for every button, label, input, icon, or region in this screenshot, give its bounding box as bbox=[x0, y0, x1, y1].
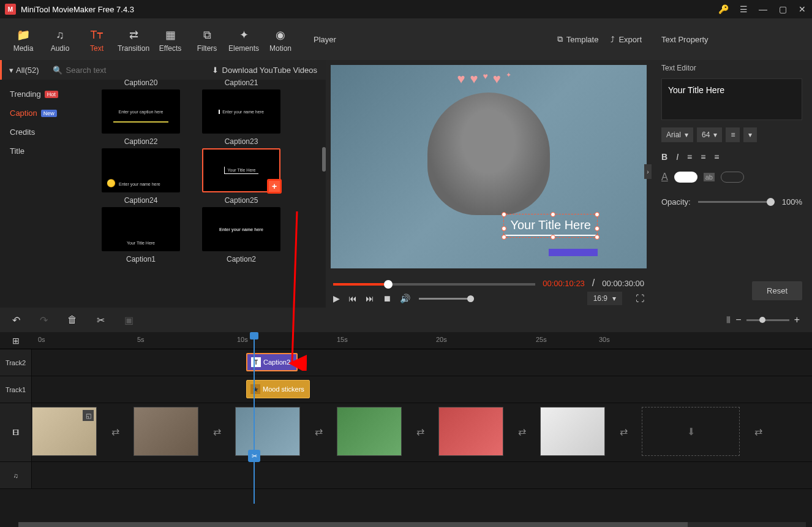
caption-thumb[interactable]: Enter your caption hereCaption22 bbox=[98, 89, 184, 146]
category-trending[interactable]: TrendingHot bbox=[0, 85, 93, 104]
split-button[interactable]: ✂ bbox=[97, 314, 105, 326]
opacity-slider[interactable] bbox=[698, 201, 775, 203]
reset-button[interactable]: Reset bbox=[752, 281, 802, 300]
text-color-swatch[interactable] bbox=[674, 172, 697, 183]
tab-motion[interactable]: ◉Motion bbox=[262, 21, 299, 60]
align-right-button[interactable]: ≡ bbox=[714, 152, 719, 162]
chevron-down-icon: ▾ bbox=[713, 131, 717, 139]
category-title[interactable]: Title bbox=[0, 142, 93, 161]
snap-icon[interactable]: ⫴ bbox=[726, 314, 731, 325]
tab-transition[interactable]: ⇄Transition bbox=[115, 21, 152, 60]
stop-button[interactable]: ⏹ bbox=[383, 294, 391, 303]
property-panel-title: Text Property bbox=[661, 35, 709, 44]
media-clip[interactable] bbox=[337, 407, 402, 456]
category-caption[interactable]: CaptionNew bbox=[0, 104, 93, 123]
highlight-color-swatch[interactable] bbox=[721, 172, 744, 183]
bold-button[interactable]: B bbox=[661, 152, 667, 162]
close-button[interactable]: ✕ bbox=[797, 4, 807, 14]
maximize-button[interactable]: ▢ bbox=[778, 4, 788, 14]
motion-icon: ◉ bbox=[276, 28, 285, 42]
volume-icon[interactable]: 🔊 bbox=[400, 294, 410, 303]
italic-button[interactable]: I bbox=[676, 152, 679, 162]
tab-effects[interactable]: ▦Effects bbox=[152, 21, 189, 60]
preview-image: ♥♥♥♥✦ Your Title Here bbox=[331, 65, 647, 268]
caption-thumb[interactable]: Enter your name hereCaption23 bbox=[198, 89, 284, 146]
preview-area[interactable]: ♥♥♥♥✦ Your Title Here bbox=[331, 65, 647, 268]
tab-text[interactable]: TᴛText bbox=[78, 21, 115, 60]
volume-slider[interactable] bbox=[419, 298, 474, 300]
tab-filters[interactable]: ⧉Filters bbox=[189, 21, 225, 60]
layers-icon: ◱ bbox=[83, 410, 94, 421]
align-left-button[interactable]: ≡ bbox=[687, 152, 692, 162]
menu-icon[interactable]: ☰ bbox=[739, 4, 748, 14]
highlight-icon[interactable]: ab bbox=[704, 173, 715, 181]
crop-button[interactable]: ▣ bbox=[124, 314, 133, 326]
undo-button[interactable]: ↶ bbox=[12, 314, 20, 326]
caption-thumb[interactable]: Enter your name hereCaption2 bbox=[198, 207, 284, 264]
opacity-value: 100% bbox=[782, 197, 802, 207]
size-dropdown[interactable]: 64▾ bbox=[697, 127, 722, 142]
font-dropdown[interactable]: Arial▾ bbox=[661, 127, 693, 142]
expand-panel-button[interactable]: › bbox=[644, 164, 652, 179]
transition-slot[interactable]: ⇄ bbox=[403, 407, 437, 456]
delete-button[interactable]: 🗑 bbox=[67, 314, 77, 325]
download-youtube-button[interactable]: ⬇Download YouTube Videos bbox=[203, 66, 326, 75]
media-clip[interactable]: ◱ bbox=[32, 407, 97, 456]
transition-slot[interactable]: ⇄ bbox=[200, 407, 234, 456]
template-button[interactable]: ⧉Template bbox=[557, 34, 599, 44]
add-media-button[interactable]: ⊞ bbox=[0, 332, 32, 349]
prev-frame-button[interactable]: ⏮ bbox=[348, 294, 357, 303]
audio-track-body[interactable] bbox=[32, 462, 812, 488]
transition-slot[interactable]: ⇄ bbox=[301, 407, 336, 456]
split-at-playhead-icon[interactable]: ✂ bbox=[248, 450, 260, 462]
player-title: Player bbox=[314, 35, 545, 44]
mood-clip[interactable]: ★Mood stickers bbox=[246, 380, 310, 398]
play-button[interactable]: ▶ bbox=[333, 294, 340, 303]
zoom-out-button[interactable]: − bbox=[735, 314, 741, 325]
media-clip[interactable] bbox=[235, 407, 300, 456]
more-dropdown[interactable]: ▾ bbox=[743, 127, 757, 142]
fullscreen-button[interactable]: ⛶ bbox=[636, 294, 644, 303]
text-input-box[interactable]: Your Title Here bbox=[661, 78, 802, 120]
text-thumbnails: Caption20 Caption21 Enter your caption h… bbox=[93, 80, 326, 308]
tab-media[interactable]: 📁Media bbox=[5, 21, 42, 60]
seek-bar[interactable] bbox=[333, 283, 535, 286]
text-color-icon[interactable]: A bbox=[661, 172, 668, 183]
empty-media-slot[interactable]: ⬇ bbox=[642, 407, 740, 456]
tab-audio[interactable]: ♫Audio bbox=[42, 21, 78, 60]
scrollbar[interactable] bbox=[322, 147, 326, 172]
export-button[interactable]: ⤴Export bbox=[611, 35, 642, 44]
video-track-body[interactable]: ◱ ⇄ ⇄ ⇄ ⇄ ⇄ ⇄ ⬇ ⇄ bbox=[32, 403, 812, 461]
transition-slot[interactable]: ⇄ bbox=[98, 407, 132, 456]
minimize-button[interactable]: — bbox=[758, 4, 768, 14]
aspect-ratio-dropdown[interactable]: 16:9▾ bbox=[587, 292, 622, 305]
media-clip[interactable] bbox=[438, 407, 503, 456]
redo-button[interactable]: ↷ bbox=[40, 314, 48, 326]
transition-slot[interactable]: ⇄ bbox=[505, 407, 539, 456]
track2-body[interactable]: TCaption2 bbox=[32, 349, 812, 376]
caption-thumb-selected[interactable]: Your Title Here+Caption25 bbox=[198, 148, 284, 205]
category-credits[interactable]: Credits bbox=[0, 123, 93, 142]
caption-thumb[interactable]: Your Title HereCaption1 bbox=[98, 207, 184, 264]
ruler[interactable]: 0s 5s 10s 15s 20s 25s 30s bbox=[32, 332, 812, 349]
media-clip[interactable] bbox=[133, 407, 198, 456]
next-frame-button[interactable]: ⏭ bbox=[366, 294, 374, 303]
zoom-slider[interactable] bbox=[746, 319, 789, 321]
media-clip[interactable] bbox=[540, 407, 605, 456]
horizontal-scrollbar[interactable] bbox=[18, 522, 806, 527]
align-center-button[interactable]: ≡ bbox=[701, 152, 705, 162]
add-button[interactable]: + bbox=[267, 179, 282, 194]
caption-thumb[interactable]: 🟡Enter your name hereCaption24 bbox=[98, 148, 184, 205]
tab-elements[interactable]: ✦Elements bbox=[225, 21, 262, 60]
search-input[interactable] bbox=[66, 66, 127, 75]
zoom-in-button[interactable]: + bbox=[794, 314, 800, 325]
transition-slot[interactable]: ⇄ bbox=[606, 407, 641, 456]
playhead[interactable]: ✂ bbox=[254, 332, 255, 504]
category-all-dropdown[interactable]: ▾All(52) bbox=[0, 60, 47, 80]
line-spacing-button[interactable]: ≡ bbox=[726, 127, 740, 142]
transition-slot[interactable]: ⇄ bbox=[741, 407, 775, 456]
titlebar: M MiniTool MovieMaker Free 7.4.3 🔑 ☰ — ▢… bbox=[0, 0, 812, 18]
track1-body[interactable]: ★Mood stickers bbox=[32, 376, 812, 403]
license-key-icon[interactable]: 🔑 bbox=[718, 4, 729, 14]
text-overlay[interactable]: Your Title Here bbox=[503, 214, 598, 238]
